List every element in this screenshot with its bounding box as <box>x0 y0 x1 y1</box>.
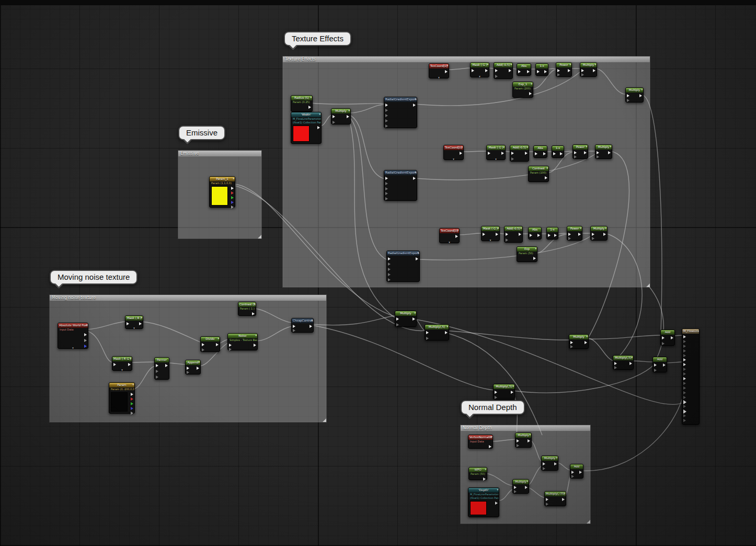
collapse-chevron-icon[interactable]: ▾ <box>487 62 488 67</box>
output-pin[interactable] <box>445 331 448 334</box>
collapse-chevron-icon[interactable]: ▾ <box>641 87 643 92</box>
output-pin[interactable] <box>254 344 256 347</box>
node-contrast-s[interactable]: Contrast (S)▾Param ( 1 ) <box>238 302 256 316</box>
node-mul-m4[interactable]: Multiply▾ <box>569 334 589 349</box>
collapse-chevron-icon[interactable]: ▾ <box>233 176 234 181</box>
output-pin[interactable] <box>629 362 632 365</box>
output-pin[interactable] <box>527 70 530 73</box>
output-pin[interactable] <box>525 152 528 155</box>
output-pin[interactable] <box>584 151 587 154</box>
node-multr[interactable]: Multiply▾ <box>625 87 644 103</box>
output-pin[interactable] <box>501 152 504 155</box>
input-pin[interactable] <box>683 405 686 408</box>
node-tc1[interactable]: TexCoord[0]▾▾ <box>429 63 449 78</box>
input-pin[interactable] <box>472 69 474 72</box>
input-pin[interactable] <box>553 152 556 155</box>
collapse-chevron-icon[interactable]: ▾ <box>130 356 131 361</box>
collapse-chevron-icon[interactable]: ▾ <box>512 384 514 389</box>
material-graph-canvas[interactable]: Texture EffectsEmissiveMoving noise text… <box>0 0 756 546</box>
node-mul-m5[interactable]: Multiply(,5)▾ <box>613 355 634 370</box>
output-pin[interactable] <box>528 439 530 442</box>
node-rg3[interactable]: RadialGradientExponential▾ <box>386 251 420 282</box>
input-pin[interactable] <box>597 151 599 154</box>
collapse-chevron-icon[interactable]: ▾ <box>586 144 587 149</box>
input-pin[interactable] <box>385 104 388 107</box>
output-pin[interactable] <box>131 397 133 401</box>
collapse-chevron-icon[interactable]: ▾ <box>414 311 416 315</box>
output-pin[interactable] <box>231 187 234 190</box>
node-mul-nd3[interactable]: Multiply▾ <box>512 479 529 494</box>
node-mul-m3[interactable]: Multiply(,5)▾ <box>493 384 515 400</box>
collapse-chevron-icon[interactable]: ▾ <box>497 226 499 231</box>
input-pin[interactable] <box>683 349 686 352</box>
node-rg1[interactable]: RadialGradientExponential▾ <box>384 97 417 128</box>
node-tc3[interactable]: TexCoord[0]▾▾ <box>439 228 460 243</box>
output-pin[interactable] <box>543 152 546 155</box>
comment-resize-handle[interactable] <box>646 283 650 287</box>
node-awp[interactable]: Absolute World Position▾Input Data▾ <box>58 323 88 349</box>
node-mul-nd2[interactable]: Multiply▾ <box>541 456 558 471</box>
collapse-chevron-icon[interactable]: ▾ <box>526 479 528 484</box>
output-pin[interactable] <box>639 94 642 97</box>
input-pin[interactable] <box>614 366 617 369</box>
input-pin[interactable] <box>293 329 295 332</box>
input-pin[interactable] <box>654 363 657 367</box>
node-appendv[interactable]: Append▾ <box>185 360 201 374</box>
input-pin[interactable] <box>683 372 686 376</box>
input-pin[interactable] <box>662 336 665 339</box>
output-pin[interactable] <box>608 151 611 154</box>
node-mul-m2[interactable]: Multiply(,5)▾ <box>425 324 449 340</box>
input-pin[interactable] <box>202 348 204 351</box>
input-pin[interactable] <box>592 233 594 236</box>
node-pow2[interactable]: Power▾ <box>572 144 588 159</box>
comment-bubble-normal-depth[interactable]: Normal Depth <box>461 400 525 415</box>
input-pin[interactable] <box>385 192 388 195</box>
input-pin[interactable] <box>187 367 189 370</box>
output-pin[interactable] <box>131 407 133 410</box>
output-pin[interactable] <box>416 257 418 260</box>
node-abs3[interactable]: Abs <box>528 227 542 240</box>
input-pin[interactable] <box>568 237 571 240</box>
input-pin[interactable] <box>514 486 517 489</box>
input-pin[interactable] <box>495 391 497 394</box>
collapse-chevron-icon[interactable]: ▾ <box>255 333 257 338</box>
input-pin[interactable] <box>385 114 388 117</box>
node-om3[interactable]: 1-x <box>546 227 558 240</box>
input-pin[interactable] <box>683 354 686 357</box>
node-mul-nd75[interactable]: Multiply(,-75)▾ <box>544 491 566 506</box>
input-pin[interactable] <box>514 490 517 493</box>
input-pin[interactable] <box>683 400 686 404</box>
collapse-chevron-icon[interactable]: ▾ <box>446 63 448 68</box>
input-pin[interactable] <box>683 382 686 385</box>
node-width[interactable]: 'Width'▾M_FlowLineParameters(float1) Col… <box>291 112 322 144</box>
input-pin[interactable] <box>683 396 686 399</box>
collapse-chevron-icon[interactable]: ▾ <box>546 166 548 170</box>
node-abs2[interactable]: Abs <box>533 145 547 158</box>
output-pin[interactable] <box>413 104 416 107</box>
collapse-chevron-icon[interactable]: ▾ <box>535 246 536 251</box>
input-pin[interactable] <box>546 498 548 501</box>
output-pin[interactable] <box>197 367 199 370</box>
input-pin[interactable] <box>683 358 686 361</box>
expand-chevron-icon[interactable]: ▾ <box>438 76 440 79</box>
node-radius[interactable]: Radius (S)▾Param (0.25) <box>291 95 313 112</box>
output-pin[interactable] <box>663 363 666 367</box>
comment-box-texture-effects[interactable]: Texture Effects <box>282 56 650 288</box>
collapse-chevron-icon[interactable]: ▾ <box>485 467 486 472</box>
collapse-chevron-icon[interactable]: ▾ <box>311 318 313 323</box>
output-pin[interactable] <box>460 152 462 155</box>
input-pin[interactable] <box>627 94 629 97</box>
collapse-chevron-icon[interactable]: ▾ <box>310 95 312 100</box>
input-pin[interactable] <box>592 237 594 240</box>
node-addc1[interactable]: Add(-0.5)▾ <box>494 62 513 79</box>
collapse-chevron-icon[interactable]: ▾ <box>580 226 581 231</box>
output-pin[interactable] <box>131 393 133 396</box>
output-pin[interactable] <box>593 69 595 72</box>
input-pin[interactable] <box>662 342 665 345</box>
node-exp1[interactable]: Exp_1▾Param (200) <box>512 82 533 98</box>
node-mask1[interactable]: Mask ( G )▾▾ <box>470 62 489 77</box>
output-pin[interactable] <box>554 234 557 237</box>
input-pin[interactable] <box>385 124 388 128</box>
input-pin[interactable] <box>683 377 686 380</box>
input-pin[interactable] <box>574 151 577 154</box>
